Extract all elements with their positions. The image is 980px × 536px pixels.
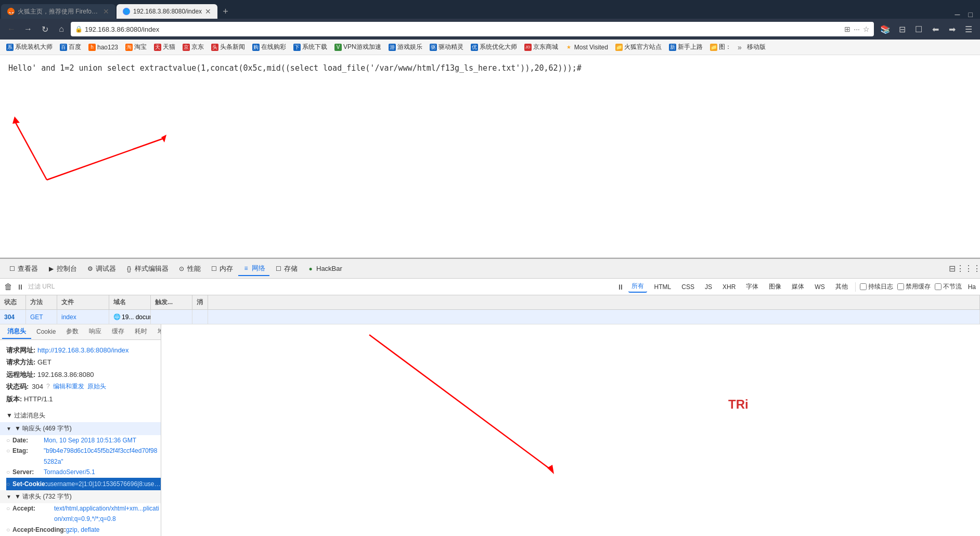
sub-tab-timing[interactable]: 耗时 bbox=[130, 325, 152, 339]
sub-tab-headers[interactable]: 消息头 bbox=[2, 325, 31, 339]
bookmark-optimizer[interactable]: 优 系统优化大师 bbox=[468, 42, 520, 53]
sidebar-button[interactable]: ⊟ bbox=[895, 22, 909, 36]
forward-button[interactable]: → bbox=[21, 22, 35, 36]
devtools-more-button[interactable]: ⋮⋮⋮ bbox=[961, 262, 976, 276]
header-date-circle: ○ bbox=[6, 435, 12, 446]
bookmark-baidu[interactable]: 百 百度 bbox=[57, 42, 84, 53]
bookmark-label-firefox-official: 火狐官方站点 bbox=[624, 43, 662, 51]
bookmarks-overflow-button[interactable]: » bbox=[736, 43, 744, 51]
bookmark-firefox-official[interactable]: 📁 火狐官方站点 bbox=[612, 42, 665, 53]
browser-chrome: 🦊 火狐主页，推荐使用 Firefox 火狐... ✕ 🌐 192.168.3.… bbox=[0, 0, 980, 55]
bookmark-lottery[interactable]: 购 在线购彩 bbox=[249, 42, 289, 53]
overflow-menu-button[interactable]: ☰ bbox=[961, 22, 976, 36]
bookmark-jingdong[interactable]: 京 京东 bbox=[179, 42, 207, 53]
cell-file[interactable]: index bbox=[57, 310, 109, 324]
filter-xhr[interactable]: XHR bbox=[719, 282, 739, 292]
filter-font[interactable]: 字体 bbox=[743, 281, 762, 292]
pause-button[interactable]: ⏸ bbox=[17, 283, 24, 291]
bookmark-label-driver: 驱动精灵 bbox=[439, 43, 463, 51]
disable-cache-checkbox[interactable]: 禁用缓存 bbox=[897, 282, 931, 291]
search-icon[interactable]: ⊞ bbox=[844, 25, 850, 33]
bookmark-system-install[interactable]: 系 系统装机大师 bbox=[3, 42, 56, 53]
col-header-domain[interactable]: 域名 bbox=[109, 295, 151, 309]
bookmark-most-visited[interactable]: ★ Most Visited bbox=[562, 43, 611, 52]
col-header-method[interactable]: 方法 bbox=[26, 295, 57, 309]
filter-media[interactable]: 媒体 bbox=[789, 281, 807, 292]
devtools-tab-storage[interactable]: ☐ 存储 bbox=[270, 262, 302, 276]
pause-icon2[interactable]: ⏸ bbox=[617, 283, 624, 291]
col-header-file[interactable]: 文件 bbox=[57, 295, 109, 309]
col-header-trigger[interactable]: 触发... bbox=[151, 295, 192, 309]
svg-marker-5 bbox=[547, 465, 554, 474]
col-header-msg[interactable]: 消 bbox=[192, 295, 208, 309]
bookmark-icon-baidu: 百 bbox=[60, 44, 67, 51]
tab-2[interactable]: 🌐 192.168.3.86:8080/index ✕ bbox=[117, 4, 217, 19]
page-content: Hello' and 1=2 union select extractvalue… bbox=[0, 55, 980, 258]
forward-nav-button2[interactable]: ➡ bbox=[945, 22, 959, 36]
status-help-icon[interactable]: ? bbox=[46, 381, 50, 393]
sub-tab-stacktrace[interactable]: 堆栈跟踪 bbox=[152, 325, 161, 339]
back-nav-button2[interactable]: ⬅ bbox=[928, 22, 943, 36]
nav-right-buttons: 📚 ⊟ ☐ ⬅ ➡ ☰ bbox=[878, 22, 976, 36]
bookmark-star-icon[interactable]: ☆ bbox=[863, 25, 870, 33]
bookmark-icon-hao123: h bbox=[88, 44, 96, 51]
devtools-tab-memory[interactable]: ☐ 内存 bbox=[206, 262, 237, 276]
bookmark-tianmao[interactable]: 天 天猫 bbox=[151, 42, 178, 53]
request-headers-toggle[interactable]: ▼ ▼ 请求头 (732 字节) bbox=[0, 490, 161, 503]
filter-all[interactable]: 所有 bbox=[628, 281, 647, 293]
col-header-status[interactable]: 状态 bbox=[0, 295, 26, 309]
address-bar[interactable]: 🔒 192.168.3.86:8080/index ⊞ ··· ☆ bbox=[71, 22, 874, 36]
bookmark-vpn[interactable]: V VPN游戏加速 bbox=[331, 42, 384, 53]
devtools-tab-style-editor[interactable]: {} 样式编辑器 bbox=[121, 262, 173, 276]
reload-button[interactable]: ↻ bbox=[37, 22, 52, 36]
maximize-button[interactable]: □ bbox=[965, 10, 976, 19]
req-status-label: 状态码: bbox=[6, 381, 29, 393]
sub-tab-response[interactable]: 响应 bbox=[84, 325, 107, 339]
req-raw-headers[interactable]: 原始头 bbox=[87, 381, 106, 393]
devtools-tab-hackbar[interactable]: ● HackBar bbox=[303, 263, 346, 274]
library-button[interactable]: 📚 bbox=[878, 22, 893, 36]
bookmark-jd-mall[interactable]: JD 京东商城 bbox=[521, 42, 561, 53]
bookmark-newbie[interactable]: 新 新手上路 bbox=[666, 42, 706, 53]
filter-ws[interactable]: WS bbox=[811, 282, 828, 292]
sub-tab-cookie[interactable]: Cookie bbox=[31, 326, 61, 338]
filter-other[interactable]: 其他 bbox=[832, 281, 851, 292]
bookmark-taobao[interactable]: 淘 淘宝 bbox=[122, 42, 150, 53]
back-button[interactable]: ← bbox=[4, 22, 19, 36]
clear-button[interactable]: 🗑 bbox=[4, 282, 12, 292]
filter-css[interactable]: CSS bbox=[678, 282, 698, 292]
filter-msg-section[interactable]: ▼ 过滤消息头 bbox=[0, 409, 161, 422]
devtools-tab-network[interactable]: ≡ 网络 bbox=[238, 262, 269, 276]
minimize-button[interactable]: ─ bbox=[952, 10, 963, 19]
svg-line-4 bbox=[369, 335, 551, 470]
devtools-tab-performance[interactable]: ⊙ 性能 bbox=[174, 262, 205, 276]
network-table-row[interactable]: 304 GET index 🌐 19... documen bbox=[0, 310, 980, 324]
persist-log-checkbox[interactable]: 持续日志 bbox=[860, 282, 893, 291]
bookmark-download[interactable]: 下 系统下载 bbox=[290, 42, 330, 53]
bookmark-toutiao[interactable]: 头 头条新闻 bbox=[208, 42, 248, 53]
tab-1[interactable]: 🦊 火狐主页，推荐使用 Firefox 火狐... ✕ bbox=[1, 4, 115, 19]
more-options-icon[interactable]: ··· bbox=[854, 25, 860, 33]
devtools-tab-console[interactable]: ▶ 控制台 bbox=[43, 262, 81, 276]
tab-2-close[interactable]: ✕ bbox=[205, 7, 211, 16]
req-url-label: 请求网址: bbox=[6, 346, 37, 354]
tab-1-close[interactable]: ✕ bbox=[103, 7, 109, 16]
sub-tab-cache[interactable]: 缓存 bbox=[107, 325, 130, 339]
bookmark-gaming[interactable]: 游 游戏娱乐 bbox=[385, 42, 425, 53]
req-edit-resend[interactable]: 编辑和重发 bbox=[53, 381, 84, 393]
response-headers-toggle[interactable]: ▼ ▼ 响应头 (469 字节) bbox=[0, 422, 161, 435]
home-button[interactable]: ⌂ bbox=[54, 22, 69, 36]
request-headers-arrow: ▼ bbox=[6, 494, 11, 500]
new-tab-button[interactable]: + bbox=[217, 4, 234, 19]
sub-tab-params[interactable]: 参数 bbox=[61, 325, 84, 339]
bookmark-images-folder[interactable]: 📁 图： bbox=[707, 42, 734, 53]
bookmark-hao123[interactable]: h hao123 bbox=[85, 43, 121, 52]
filter-html[interactable]: HTML bbox=[651, 282, 675, 292]
tab-overview-button[interactable]: ☐ bbox=[911, 22, 926, 36]
devtools-tab-inspector[interactable]: ☐ 查看器 bbox=[4, 262, 42, 276]
filter-image[interactable]: 图像 bbox=[766, 281, 784, 292]
filter-js[interactable]: JS bbox=[702, 282, 715, 292]
devtools-tab-debugger[interactable]: ⚙ 调试器 bbox=[82, 262, 120, 276]
no-throttle-checkbox[interactable]: 不节流 bbox=[935, 282, 962, 291]
bookmark-driver[interactable]: 驱 驱动精灵 bbox=[427, 42, 467, 53]
